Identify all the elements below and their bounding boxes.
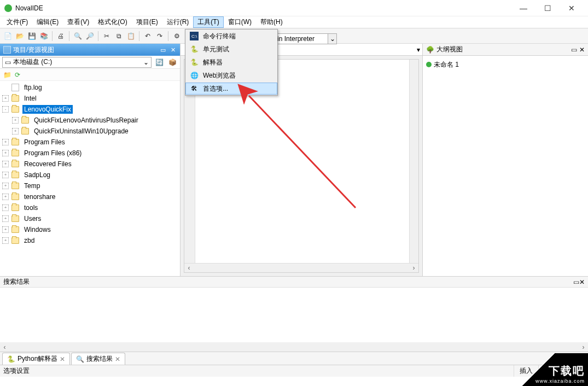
expand-icon[interactable]: + [12,128,19,134]
expand-icon[interactable]: + [2,139,9,145]
expand-icon[interactable]: + [2,172,9,178]
tree-row[interactable]: +Users [0,213,180,224]
bottom-tabs: 🐍 Python解释器 ✕ 🔍 搜索结果 ✕ [0,352,588,365]
project-panel-icon [3,46,11,54]
tree-row[interactable]: ftp.log [0,82,180,93]
menu-tools[interactable]: 工具(T) [193,16,223,28]
tree-row[interactable]: +Temp [0,180,180,191]
tree-row[interactable]: +Program Files (x86) [0,148,180,159]
tree-row[interactable]: +Recovered Files [0,159,180,169]
expand-icon[interactable]: + [12,117,19,124]
tree-row[interactable]: +Intel [0,93,180,104]
search-panel-minimize-icon[interactable]: ▭ [573,278,579,286]
expand-icon[interactable]: + [2,150,9,156]
save-all-icon[interactable]: 📚 [38,31,49,42]
tools-unittest[interactable]: 🐍 单元测试 [185,43,277,56]
globe-icon: 🌐 [190,71,199,80]
tools-webbrowser[interactable]: 🌐 Web浏览器 [185,69,277,82]
tree-row[interactable]: -LenovoQuickFix [0,104,180,115]
tree-row[interactable]: +SadpLog [0,169,180,180]
tree-row[interactable]: +zbd [0,235,180,246]
tools-preferences[interactable]: 🛠 首选项... [185,83,277,95]
paste-icon[interactable]: 📋 [125,31,136,42]
refresh-icon[interactable]: ⟳ [15,71,20,79]
tree-row[interactable]: +QuickFixUninstallWin10Upgrade [0,126,180,137]
maximize-button[interactable]: ☐ [535,0,560,16]
panel-minimize-icon[interactable]: ▭ [159,46,167,54]
new-file-icon[interactable]: 📄 [2,31,13,42]
search-icon[interactable]: 🔍 [72,31,83,42]
interpreter-dropdown-icon[interactable]: ⌄ [328,33,337,44]
close-button[interactable]: ✕ [560,0,584,16]
tree-label: zbd [22,236,36,245]
outline-title: 大纲视图 [436,45,463,54]
interpreter-text[interactable]: in Interpreter [273,33,328,44]
minimize-button[interactable]: — [511,0,535,16]
redo-icon[interactable]: ↷ [154,31,165,42]
collapse-icon[interactable]: - [2,106,9,113]
project-resource-panel: 项目/资源视图 ▭ ✕ ▭ 本地磁盘 (C:) ⌄ 🔄 📦 📁 ⟳ ftp.lo… [0,44,181,276]
tree-row[interactable]: +QuickFixLenovoAntivirusPlusRepair [0,115,180,126]
vertical-scrollbar[interactable] [409,60,418,263]
expand-icon[interactable]: + [2,95,9,102]
expand-icon[interactable]: + [2,237,9,244]
copy-icon[interactable]: ⧉ [113,31,124,42]
drive-select[interactable]: ▭ 本地磁盘 (C:) ⌄ [2,57,152,68]
outline-item[interactable]: 未命名 1 [426,59,585,70]
undo-icon[interactable]: ↶ [142,31,153,42]
refresh-drive-icon[interactable]: 🔄 [154,57,165,68]
folder-icon [11,172,19,178]
tools-terminal[interactable]: C:\ 命令行终端 [185,30,277,43]
folder-icon [11,106,19,113]
tree-row[interactable]: +tenorshare [0,191,180,202]
menu-project[interactable]: 项目(E) [132,16,162,28]
search-scrollbar[interactable]: ‹ › [0,342,588,352]
expand-icon[interactable]: + [2,215,9,222]
tab-python-interpreter[interactable]: 🐍 Python解释器 ✕ [2,353,70,365]
watermark: 下载吧 www.xiazaiba.com [511,353,588,386]
tab-close-icon[interactable]: ✕ [60,355,65,363]
menu-run[interactable]: 运行(R) [162,16,194,28]
tools-unittest-label: 单元测试 [203,45,229,54]
menu-file[interactable]: 文件(F) [2,16,32,28]
menu-view[interactable]: 查看(V) [63,16,94,28]
expand-icon[interactable]: + [2,183,9,189]
run-icon[interactable]: ⚙ [171,31,182,42]
open-folder-icon[interactable]: 📂 [14,31,25,42]
cut-icon[interactable]: ✂ [101,31,112,42]
outline-minimize-icon[interactable]: ▭ [571,46,577,54]
scroll-left-icon[interactable]: ‹ [184,264,194,273]
outline-close-icon[interactable]: ✕ [579,46,585,54]
folder-icon [11,183,19,189]
tree-row[interactable]: +Windows [0,224,180,235]
expand-icon[interactable]: + [2,226,9,233]
outline-body: 未命名 1 [423,56,588,276]
menu-edit[interactable]: 编辑(E) [32,16,63,28]
tools-interpreter[interactable]: 🐍 解释器 [185,56,277,69]
watermark-text: 下载吧 [549,364,585,378]
print-icon[interactable]: 🖨 [55,31,66,42]
menu-format[interactable]: 格式化(O) [94,16,131,28]
outline-item-label: 未命名 1 [434,60,459,69]
menu-window[interactable]: 窗口(W) [224,16,256,28]
tree-label: tenorshare [22,192,57,201]
tree-label: Intel [22,94,38,103]
expand-icon[interactable]: + [2,161,9,167]
tab-search-results[interactable]: 🔍 搜索结果 ✕ [71,353,125,365]
save-icon[interactable]: 💾 [26,31,37,42]
scroll-right-icon[interactable]: › [409,264,418,273]
horizontal-scrollbar[interactable]: ‹ › [184,263,418,272]
doc-menu-icon[interactable]: ▾ [417,46,420,54]
expand-icon[interactable]: + [2,194,9,200]
last-folder-icon[interactable]: 📁 [3,71,11,79]
menu-help[interactable]: 帮助(H) [256,16,287,28]
tree-row[interactable]: +Program Files [0,137,180,148]
file-tree[interactable]: ftp.log+Intel-LenovoQuickFix+QuickFixLen… [0,81,180,276]
search-panel-close-icon[interactable]: ✕ [579,278,585,286]
tab-close-icon[interactable]: ✕ [115,355,120,363]
find-in-files-icon[interactable]: 🔎 [84,31,95,42]
package-icon[interactable]: 📦 [167,57,178,68]
panel-close-icon[interactable]: ✕ [169,46,177,54]
tree-row[interactable]: +tools [0,202,180,213]
expand-icon[interactable]: + [2,204,9,211]
